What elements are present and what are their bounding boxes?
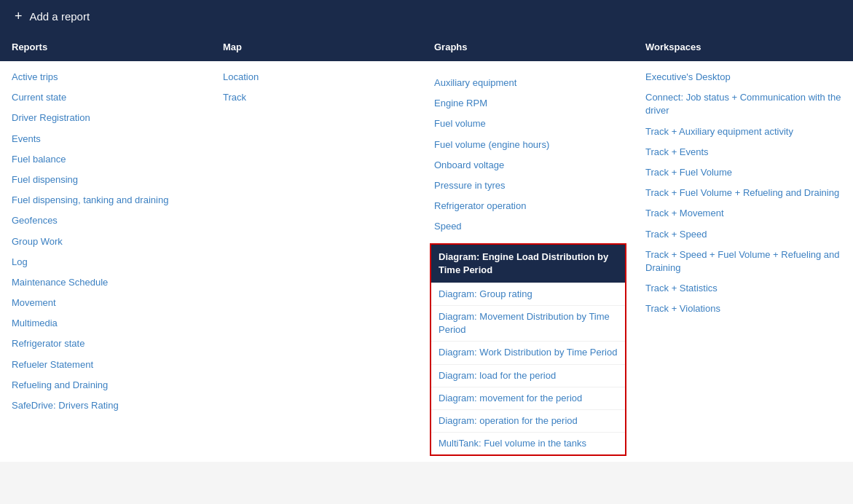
- list-item[interactable]: Track + Events: [645, 142, 841, 162]
- content-area: Reports Map Graphs Workspaces Active tri…: [0, 33, 853, 462]
- list-item[interactable]: Fuel dispensing, tanking and draining: [12, 190, 200, 210]
- list-item[interactable]: Refrigerator state: [12, 334, 200, 354]
- list-item[interactable]: SafeDrive: Drivers Rating: [12, 395, 200, 416]
- list-item[interactable]: Track + Speed + Fuel Volume + Refueling …: [645, 245, 841, 278]
- dropdown-item[interactable]: Diagram: Group rating: [431, 283, 625, 305]
- workspaces-col: Executive's Desktop Connect: Job status …: [634, 61, 853, 325]
- list-item[interactable]: Driver Registration: [12, 108, 200, 128]
- list-item[interactable]: Track + Auxiliary equipment activity: [645, 122, 841, 142]
- list-item[interactable]: Fuel volume (engine hours): [434, 135, 622, 155]
- list-item[interactable]: Fuel volume: [434, 114, 622, 134]
- top-bar[interactable]: + Add a report: [0, 0, 853, 33]
- list-item[interactable]: Refrigerator operation: [434, 196, 622, 216]
- list-item[interactable]: Connect: Job status + Communication with…: [645, 87, 841, 121]
- dropdown-item[interactable]: MultiTank: Fuel volume in the tanks: [431, 432, 625, 454]
- map-header: Map: [211, 33, 422, 61]
- columns-header: Reports Map Graphs Workspaces: [0, 33, 853, 61]
- list-item[interactable]: Executive's Desktop: [645, 67, 841, 87]
- list-item[interactable]: Fuel balance: [12, 149, 200, 170]
- graphs-dropdown[interactable]: Diagram: Engine Load Distribution by Tim…: [430, 243, 626, 457]
- dropdown-item[interactable]: Diagram: Work Distribution by Time Perio…: [431, 341, 625, 363]
- plus-icon: +: [15, 9, 23, 24]
- add-report-label: Add a report: [30, 10, 90, 23]
- list-item[interactable]: Current state: [12, 87, 200, 108]
- dropdown-item[interactable]: Diagram: operation for the period: [431, 409, 625, 432]
- graphs-above-items: Auxiliary equipment Engine RPM Fuel volu…: [434, 67, 622, 243]
- list-item[interactable]: Speed: [434, 216, 622, 237]
- list-item[interactable]: Multimedia: [12, 313, 200, 334]
- list-item[interactable]: Active trips: [12, 67, 200, 87]
- list-item[interactable]: Location: [223, 67, 411, 87]
- reports-col: Active trips Current state Driver Regist…: [0, 61, 211, 422]
- list-item[interactable]: Track + Violations: [645, 299, 841, 319]
- list-item[interactable]: Fuel dispensing: [12, 170, 200, 190]
- list-item[interactable]: Log: [12, 252, 200, 272]
- dropdown-selected-item[interactable]: Diagram: Engine Load Distribution by Tim…: [431, 245, 625, 283]
- workspaces-header: Workspaces: [634, 33, 853, 61]
- map-col: Location Track: [211, 61, 422, 114]
- list-item[interactable]: Refueling and Draining: [12, 375, 200, 395]
- list-item[interactable]: Track + Speed: [645, 224, 841, 245]
- dropdown-item[interactable]: Diagram: Movement Distribution by Time P…: [431, 305, 625, 341]
- list-item[interactable]: Refueler Statement: [12, 355, 200, 375]
- list-item[interactable]: Track: [223, 87, 411, 108]
- list-item[interactable]: Events: [12, 129, 200, 149]
- graphs-header: Graphs: [422, 33, 634, 61]
- dropdown-item[interactable]: Diagram: movement for the period: [431, 387, 625, 409]
- list-item[interactable]: Track + Movement: [645, 203, 841, 224]
- list-item[interactable]: Engine RPM: [434, 93, 622, 114]
- columns-body: Active trips Current state Driver Regist…: [0, 61, 853, 462]
- list-item[interactable]: Track + Statistics: [645, 278, 841, 299]
- list-item[interactable]: Onboard voltage: [434, 155, 622, 176]
- list-item[interactable]: Auxiliary equipment: [434, 73, 622, 93]
- list-item[interactable]: Track + Fuel Volume: [645, 162, 841, 183]
- list-item[interactable]: Maintenance Schedule: [12, 272, 200, 293]
- list-item[interactable]: Track + Fuel Volume + Refueling and Drai…: [645, 183, 841, 203]
- reports-header: Reports: [0, 33, 211, 61]
- list-item[interactable]: Pressure in tyres: [434, 176, 622, 196]
- list-item[interactable]: Geofences: [12, 210, 200, 231]
- list-item[interactable]: Movement: [12, 293, 200, 313]
- list-item[interactable]: Group Work: [12, 232, 200, 252]
- dropdown-item[interactable]: Diagram: load for the period: [431, 364, 625, 387]
- graphs-col: Auxiliary equipment Engine RPM Fuel volu…: [422, 61, 634, 462]
